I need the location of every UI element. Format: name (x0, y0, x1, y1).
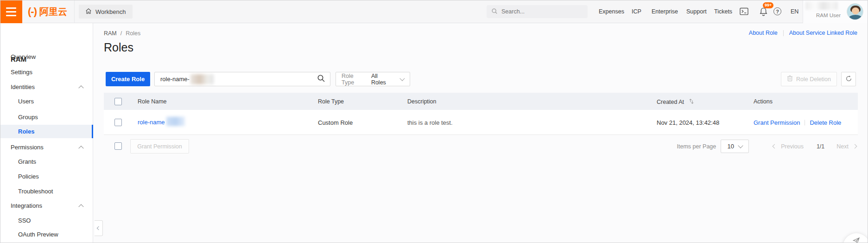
search-text-redacted (190, 74, 214, 84)
role-type-filter[interactable]: Role Type All Roles (336, 72, 410, 86)
page-size-select[interactable]: 10 (721, 140, 749, 153)
notifications-bell-icon[interactable]: 99+ (759, 7, 768, 16)
divider (805, 120, 805, 126)
sidebar-nav: RAM Overview Settings Identities Users G… (0, 23, 93, 243)
table-header-row: Role Name Role Type Description Created … (104, 93, 858, 110)
footer-select-checkbox[interactable] (114, 142, 122, 150)
chevron-down-icon (400, 76, 405, 81)
role-type-filter-value: All Roles (371, 73, 393, 86)
sidebar-item-identities[interactable]: Identities (0, 80, 93, 93)
help-links: About Role About Service Linked Role (749, 30, 857, 36)
page-indicator: 1/1 (817, 143, 824, 150)
grant-permission-link[interactable]: Grant Permission (754, 119, 800, 126)
page-size-value: 10 (728, 143, 734, 150)
main-content: RAM / Roles About Role About Service Lin… (93, 23, 868, 243)
global-search-input[interactable] (501, 8, 580, 15)
role-description: this is a role test. (407, 119, 453, 126)
logo-text: 阿里云 (39, 6, 67, 18)
hamburger-menu-icon[interactable] (0, 0, 22, 23)
create-role-button[interactable]: Create Role (106, 72, 150, 86)
sidebar-item-users[interactable]: Users (0, 95, 93, 108)
grant-permission-button[interactable]: Grant Permission (130, 139, 189, 153)
divider (74, 0, 75, 23)
role-name-link[interactable]: role-name (138, 118, 165, 125)
top-menu-expenses[interactable]: Expenses (599, 0, 624, 23)
role-created-at: Nov 21, 2024, 13:42:48 (657, 119, 719, 126)
user-name-redacted (805, 2, 838, 10)
paper-plane-icon (853, 237, 860, 243)
column-created-at[interactable]: Created At (657, 98, 694, 105)
global-search[interactable] (487, 5, 588, 18)
breadcrumb-current: Roles (126, 30, 140, 37)
chevron-right-icon (853, 144, 857, 149)
sort-icon[interactable] (689, 98, 694, 105)
next-page-button[interactable]: Next (836, 143, 856, 150)
column-role-type: Role Type (318, 98, 344, 105)
chevron-down-icon (738, 143, 743, 148)
sidebar-item-settings[interactable]: Settings (0, 65, 93, 78)
delete-role-link[interactable]: Delete Role (810, 119, 841, 126)
top-bar: (-) 阿里云 Workbench Expenses ICP Enterpris… (0, 0, 868, 23)
breadcrumb-separator: / (120, 30, 122, 37)
table-row: role-name Custom Role this is a role tes… (104, 110, 858, 135)
trash-icon (787, 75, 793, 83)
top-menu-icp[interactable]: ICP (632, 0, 641, 23)
sidebar-item-integrations[interactable]: Integrations (0, 199, 93, 212)
column-role-name: Role Name (138, 98, 167, 105)
top-menu-support[interactable]: Support (686, 0, 707, 23)
divider (783, 30, 784, 36)
alibaba-cloud-logo[interactable]: (-) 阿里云 (28, 0, 67, 23)
sidebar-item-grants[interactable]: Grants (0, 155, 93, 168)
page-title: Roles (104, 41, 133, 54)
user-account-area[interactable]: RAM User (803, 0, 868, 23)
chevron-up-icon (78, 204, 83, 209)
top-menu-tickets[interactable]: Tickets (714, 0, 732, 23)
notification-badge: 99+ (763, 2, 773, 8)
items-per-page-label: Items per Page (677, 143, 716, 150)
role-deletion-button[interactable]: Role Deletion (781, 72, 837, 86)
home-icon (85, 8, 92, 16)
chevron-up-icon (78, 146, 83, 151)
column-description: Description (407, 98, 437, 105)
search-icon[interactable] (317, 74, 325, 84)
previous-page-button[interactable]: Previous (773, 143, 804, 150)
breadcrumb-ram-link[interactable]: RAM (104, 30, 117, 37)
role-search-box[interactable]: role-name- (154, 72, 330, 86)
sidebar-item-policies[interactable]: Policies (0, 170, 93, 183)
sidebar-item-overview[interactable]: Overview (0, 50, 93, 63)
sidebar-collapse-button[interactable] (95, 220, 103, 236)
role-type-value: Custom Role (318, 119, 353, 126)
about-service-linked-role-link[interactable]: About Service Linked Role (789, 30, 857, 36)
workbench-label: Workbench (95, 8, 126, 15)
column-actions: Actions (754, 98, 773, 105)
refresh-icon (845, 75, 852, 83)
select-all-checkbox[interactable] (114, 98, 122, 105)
sidebar-item-oauth-preview[interactable]: OAuth Preview (0, 228, 93, 241)
sidebar-item-permissions[interactable]: Permissions (0, 141, 93, 153)
sidebar-item-sso[interactable]: SSO (0, 214, 93, 227)
row-checkbox[interactable] (114, 119, 122, 126)
role-name-redacted (166, 117, 185, 126)
about-role-link[interactable]: About Role (749, 30, 778, 36)
user-role-label: RAM User (816, 13, 841, 18)
chevron-left-icon (96, 226, 100, 230)
workbench-button[interactable]: Workbench (79, 5, 133, 19)
console-terminal-icon[interactable] (740, 7, 748, 15)
help-icon[interactable]: ? (773, 7, 781, 15)
language-switch[interactable]: EN (791, 0, 798, 23)
chevron-left-icon (773, 144, 777, 149)
role-type-filter-label: Role Type (342, 73, 367, 86)
top-menu-enterprise[interactable]: Enterprise (652, 0, 678, 23)
search-icon (491, 8, 498, 16)
breadcrumb: RAM / Roles (104, 30, 140, 37)
sidebar-item-roles[interactable]: Roles (0, 125, 93, 138)
refresh-button[interactable] (841, 72, 856, 86)
chevron-up-icon (78, 85, 83, 90)
roles-table: Role Name Role Type Description Created … (104, 93, 858, 135)
pagination: Items per Page 10 Previous 1/1 Next (677, 139, 857, 153)
sidebar-item-groups[interactable]: Groups (0, 110, 93, 123)
role-search-value[interactable]: role-name- (160, 76, 190, 83)
logo-bracket-icon: (-) (28, 6, 37, 18)
user-avatar[interactable] (847, 3, 863, 20)
sidebar-item-troubleshoot[interactable]: Troubleshoot (0, 185, 93, 198)
